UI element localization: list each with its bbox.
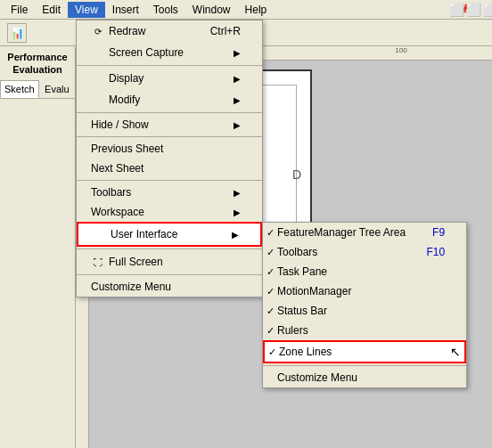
menu-item-screen-capture[interactable]: Screen Capture ▶ xyxy=(77,42,262,63)
toolbars-arrow: ▶ xyxy=(234,188,241,198)
check-motion-manager: ✓ xyxy=(266,286,275,297)
submenu-item-featuremanager[interactable]: ✓ FeatureManager Tree Area F9 xyxy=(263,223,466,242)
left-panel-title: Performance Evaluation xyxy=(0,47,75,80)
menubar: File Edit View Insert Tools Window Help … xyxy=(0,0,492,20)
display-icon xyxy=(91,71,105,86)
submenu-item-motion-manager[interactable]: ✓ MotionManager xyxy=(263,281,466,301)
menu-item-user-interface[interactable]: User Interface ▶ ✓ FeatureManager Tree A… xyxy=(77,222,262,247)
check-task-pane: ✓ xyxy=(266,266,275,278)
menu-item-toolbars[interactable]: Toolbars ▶ xyxy=(77,183,262,202)
tab-sketch[interactable]: Sketch xyxy=(0,80,39,98)
check-toolbars: ✓ xyxy=(266,247,275,258)
ruler-label-100: 100 xyxy=(395,47,406,54)
user-interface-arrow: ▶ xyxy=(232,230,239,240)
submenu-separator xyxy=(263,365,466,366)
cursor-arrow-icon: ↖ xyxy=(450,345,461,359)
shortcut-f10: F10 xyxy=(426,246,445,258)
submenu-item-toolbars[interactable]: ✓ Toolbars F10 xyxy=(263,242,466,262)
workspace-arrow: ▶ xyxy=(234,208,241,217)
menu-item-modify[interactable]: Modify ▶ xyxy=(77,89,262,110)
menu-edit[interactable]: Edit xyxy=(35,2,68,18)
separator-3 xyxy=(77,136,262,137)
redraw-shortcut: Ctrl+R xyxy=(210,25,241,37)
check-rulers: ✓ xyxy=(266,325,275,337)
tab-evalu[interactable]: Evalu xyxy=(39,80,75,98)
user-interface-submenu: ✓ FeatureManager Tree Area F9 ✓ Toolbars… xyxy=(262,222,467,388)
submenu-item-rulers[interactable]: ✓ Rulers xyxy=(263,321,466,340)
check-status-bar: ✓ xyxy=(266,305,275,317)
menu-window[interactable]: Window xyxy=(185,2,238,18)
menu-item-hide-show[interactable]: Hide / Show ▶ xyxy=(77,115,262,134)
menu-item-customize-menu[interactable]: Customize Menu xyxy=(77,277,262,297)
toolbar-left: 📊 xyxy=(4,23,30,43)
view-menu-dropdown: ⟳ Redraw Ctrl+R Screen Capture ▶ Display… xyxy=(76,20,263,297)
submenu-item-status-bar[interactable]: ✓ Status Bar xyxy=(263,301,466,321)
menu-item-redraw[interactable]: ⟳ Redraw Ctrl+R xyxy=(77,20,262,42)
separator-5 xyxy=(77,248,262,249)
submenu-item-zone-lines[interactable]: ✓ Zone Lines ↖ xyxy=(263,340,466,363)
separator-6 xyxy=(77,274,262,275)
menu-item-full-screen[interactable]: ⛶ Full Screen xyxy=(77,251,262,273)
user-interface-icon xyxy=(93,227,107,241)
drawing-label-d: D xyxy=(292,167,301,182)
left-panel: Performance Evaluation Sketch Evalu › xyxy=(0,47,76,448)
separator-2 xyxy=(77,112,262,113)
modify-arrow: ▶ xyxy=(234,95,241,105)
menu-insert[interactable]: Insert xyxy=(105,2,146,18)
full-screen-icon: ⛶ xyxy=(91,255,105,269)
menu-view[interactable]: View xyxy=(68,2,105,18)
modify-icon xyxy=(91,93,105,107)
menu-item-display[interactable]: Display ▶ xyxy=(77,68,262,89)
separator-1 xyxy=(77,65,262,66)
menu-help[interactable]: Help xyxy=(238,2,275,18)
menu-item-workspace[interactable]: Workspace ▶ xyxy=(77,202,262,222)
screen-capture-arrow: ▶ xyxy=(234,48,241,58)
menu-tools[interactable]: Tools xyxy=(146,2,185,18)
submenu-item-customize[interactable]: Customize Menu xyxy=(263,368,466,387)
screen-capture-icon xyxy=(91,45,105,60)
left-panel-tabs: Sketch Evalu xyxy=(0,80,75,99)
menu-item-next-sheet[interactable]: Next Sheet xyxy=(77,159,262,178)
toolbar-icon-1[interactable]: 📊 xyxy=(7,23,27,43)
app-container: File Edit View Insert Tools Window Help … xyxy=(0,0,492,448)
redraw-icon: ⟳ xyxy=(91,24,105,38)
check-featuremanager: ✓ xyxy=(266,227,275,239)
separator-4 xyxy=(77,180,262,181)
check-zone-lines: ✓ xyxy=(268,346,276,358)
toolbar-icons: ⬜ ⬜ ⬜ 🖨 xyxy=(472,2,488,18)
submenu-item-task-pane[interactable]: ✓ Task Pane xyxy=(263,262,466,281)
hide-show-arrow: ▶ xyxy=(234,120,241,130)
menu-file[interactable]: File xyxy=(4,2,35,18)
shortcut-f9: F9 xyxy=(432,226,445,239)
menu-item-prev-sheet[interactable]: Previous Sheet xyxy=(77,139,262,159)
display-arrow: ▶ xyxy=(234,74,241,84)
